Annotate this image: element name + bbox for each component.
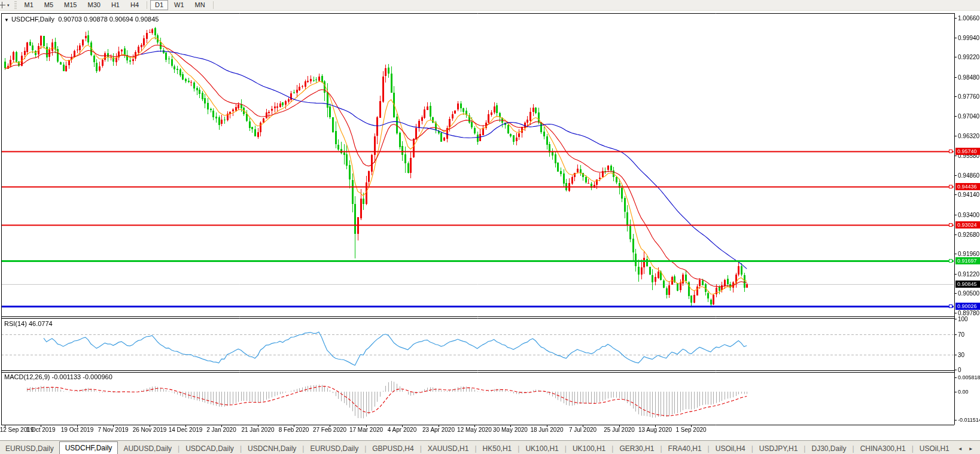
date-axis-label: 12 May 2020 bbox=[457, 426, 492, 433]
chart-tab-fra40-h1[interactable]: FRA40,H1 bbox=[663, 443, 707, 454]
date-axis-label: 7 Nov 2019 bbox=[98, 426, 128, 433]
price-axis-label: 0.99220 bbox=[958, 54, 979, 60]
chart-tab-hk50-h1[interactable]: HK50,H1 bbox=[477, 443, 518, 454]
chart-tab-eurusd-daily[interactable]: EURUSD,Daily bbox=[305, 443, 364, 454]
chart-canvas[interactable] bbox=[0, 0, 980, 440]
tab-separator: | bbox=[565, 443, 567, 454]
tab-separator: | bbox=[178, 443, 179, 454]
price-axis-label: 0.98480 bbox=[958, 74, 979, 81]
tab-separator: | bbox=[364, 443, 366, 454]
chart-tab-usdcnh-daily[interactable]: USDCNH,Daily bbox=[242, 443, 302, 454]
date-axis-label: 30 May 2020 bbox=[493, 426, 528, 433]
date-axis-label: 14 Dec 2019 bbox=[169, 426, 203, 433]
chart-tab-eurusd-daily[interactable]: EURUSD,Daily bbox=[0, 443, 59, 454]
date-axis-label: 17 Mar 2020 bbox=[349, 426, 383, 433]
tab-separator: | bbox=[611, 443, 613, 454]
price-axis-label: 0.90500 bbox=[958, 290, 979, 297]
tab-separator: | bbox=[751, 443, 753, 454]
tab-separator: | bbox=[518, 443, 519, 454]
price-axis-label: 0.99940 bbox=[958, 35, 979, 41]
rsi-axis-label: 100 bbox=[958, 316, 968, 322]
chart-tab-usdchf-daily[interactable]: USDCHF,Daily bbox=[59, 441, 118, 454]
tab-separator: | bbox=[853, 443, 854, 454]
date-axis-label: 2 Jan 2020 bbox=[206, 426, 236, 433]
chart-tab-usoil-h4[interactable]: USOil,H4 bbox=[710, 443, 751, 454]
price-tag-0.90845: 0.90845 bbox=[955, 281, 980, 288]
rsi-indicator-label: RSI(14) 46.0774 bbox=[4, 320, 53, 327]
chart-tab-xauusd-h1[interactable]: XAUUSD,H1 bbox=[422, 443, 474, 454]
tab-scroll-left-icon[interactable]: ◄ bbox=[955, 443, 966, 454]
date-axis-label: 8 Feb 2020 bbox=[279, 426, 309, 433]
tab-separator: | bbox=[474, 443, 476, 454]
macd-axis-label: 0.005818 bbox=[958, 374, 980, 381]
tab-separator: | bbox=[660, 443, 662, 454]
macd-indicator-label: MACD(12,26,9) -0.001133 -0.000960 bbox=[4, 373, 112, 380]
price-axis-label: 0.93400 bbox=[958, 212, 979, 218]
rsi-axis-label: 0 bbox=[958, 367, 961, 373]
price-tag-0.93024: 0.93024 bbox=[955, 221, 980, 228]
price-axis-label: 0.96320 bbox=[958, 133, 979, 139]
date-axis-label: 4 Apr 2020 bbox=[388, 426, 416, 433]
chart-tab-usdjpy-h1[interactable]: USDJPY,H1 bbox=[754, 443, 803, 454]
date-axis-label: 19 Oct 2019 bbox=[61, 426, 93, 433]
tab-separator: | bbox=[708, 443, 710, 454]
price-axis-label: 0.97040 bbox=[958, 113, 979, 120]
chart-tab-ger30-h1[interactable]: GER30,H1 bbox=[614, 443, 659, 454]
chart-tab-audusd-daily[interactable]: AUDUSD,Daily bbox=[118, 443, 177, 454]
macd-axis-label: 0.00 bbox=[958, 389, 969, 395]
price-tag-0.95740: 0.95740 bbox=[955, 148, 980, 155]
tab-separator: | bbox=[302, 443, 304, 454]
tab-scroll-right-icon[interactable]: ► bbox=[966, 443, 976, 454]
chart-tab-gbpusd-h4[interactable]: GBPUSD,H4 bbox=[367, 443, 419, 454]
date-axis-label: 21 Jan 2020 bbox=[241, 426, 274, 433]
price-axis-label: 0.92680 bbox=[958, 231, 979, 238]
date-axis-label: 23 Apr 2020 bbox=[422, 426, 455, 433]
date-axis-label: 27 Feb 2020 bbox=[313, 426, 346, 433]
price-tag-0.91697: 0.91697 bbox=[955, 257, 980, 264]
price-tag-0.94436: 0.94436 bbox=[955, 183, 980, 190]
tab-separator: | bbox=[420, 443, 422, 454]
tab-separator: | bbox=[240, 443, 242, 454]
date-axis-label: 7 Jul 2020 bbox=[569, 426, 596, 433]
chart-tab-dj30-daily[interactable]: DJ30,Daily bbox=[806, 443, 851, 454]
price-axis-label: 0.91960 bbox=[958, 251, 979, 257]
chart-tab-uk100-h1[interactable]: UK100,H1 bbox=[567, 443, 611, 454]
price-axis-label: 0.97760 bbox=[958, 93, 979, 100]
chart-tab-usoil-h1[interactable]: USOil,H1 bbox=[914, 443, 955, 454]
date-axis-label: 1 Sep 2020 bbox=[675, 426, 706, 433]
chart-title: ▼USDCHF,Daily 0.90703 0.90878 0.90694 0.… bbox=[4, 16, 159, 23]
date-axis-label: 18 Jun 2020 bbox=[530, 426, 563, 433]
date-axis-label: 13 Aug 2020 bbox=[638, 426, 672, 433]
rsi-axis-label: 30 bbox=[958, 352, 964, 358]
chart-tab-usdcad-daily[interactable]: USDCAD,Daily bbox=[180, 443, 239, 454]
tab-separator: | bbox=[912, 443, 914, 454]
mt4-window: ▾ M1M5M15M30H1H4D1W1MN ▼USDCHF,Daily 0.9… bbox=[0, 0, 980, 454]
date-axis-label: 1 Oct 2019 bbox=[26, 426, 56, 433]
price-axis-label: 0.94860 bbox=[958, 172, 979, 179]
rsi-axis-label: 70 bbox=[958, 331, 964, 338]
ohlc-values: 0.90703 0.90878 0.90694 0.90845 bbox=[58, 16, 159, 23]
macd-axis-label: -0.011514 bbox=[958, 417, 980, 423]
symbol-period-label: USDCHF,Daily bbox=[11, 16, 54, 23]
date-axis-label: 25 Jul 2020 bbox=[604, 426, 635, 433]
chart-tab-china300-h1[interactable]: CHINA300,H1 bbox=[855, 443, 911, 454]
price-axis-label: 0.94140 bbox=[958, 191, 979, 198]
price-tag-0.90026: 0.90026 bbox=[955, 303, 980, 310]
tab-separator: | bbox=[804, 443, 805, 454]
chart-area: ▼USDCHF,Daily 0.90703 0.90878 0.90694 0.… bbox=[0, 0, 980, 440]
date-axis-label: 26 Nov 2019 bbox=[133, 426, 167, 433]
chart-tab-bar: EURUSD,DailyUSDCHF,DailyAUDUSD,Daily|USD… bbox=[0, 440, 980, 454]
price-axis-label: 1.00660 bbox=[958, 15, 979, 22]
price-axis-label: 0.91220 bbox=[958, 271, 979, 278]
collapse-triangle-icon[interactable]: ▼ bbox=[4, 17, 9, 23]
chart-tab-uk100-h1[interactable]: UK100,H1 bbox=[520, 443, 564, 454]
